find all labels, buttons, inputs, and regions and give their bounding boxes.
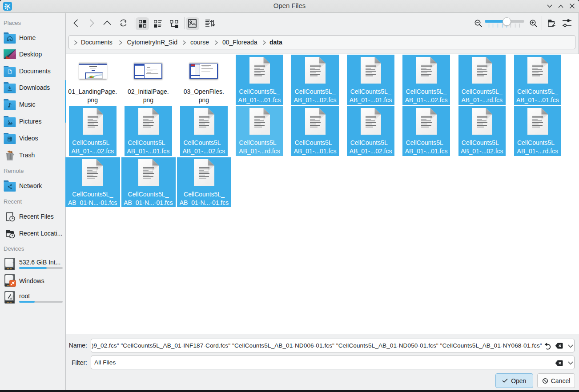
svg-text:K: K [6, 3, 11, 10]
